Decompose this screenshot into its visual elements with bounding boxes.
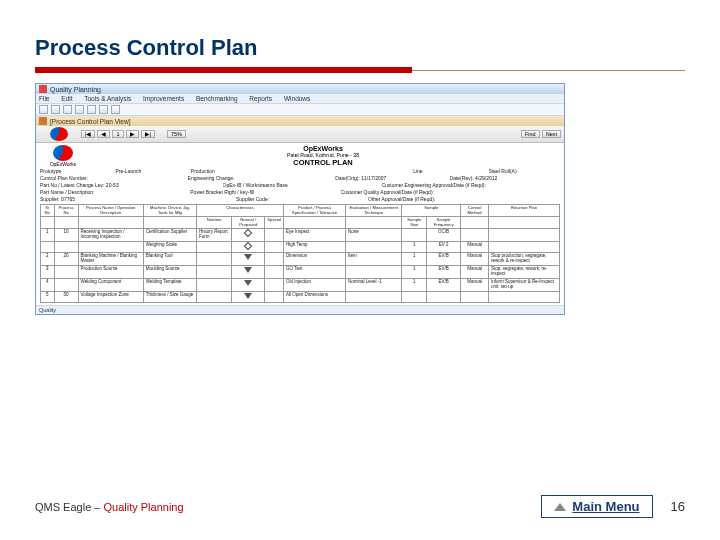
meta-opex: OpEx-IB / Workstreams Base: [223, 182, 378, 188]
document-bar: [Process Control Plan View]: [36, 116, 564, 126]
table-row: Weighing ScaleHigh Temp1EV 2Manual: [41, 242, 560, 253]
opexworks-doc-logo-icon: [53, 145, 73, 161]
table-cell: Blanking Machine / Blanking Master: [78, 253, 143, 266]
statusbar: Quality: [36, 305, 564, 314]
table-cell: 3: [41, 266, 55, 279]
nav-last-button[interactable]: ▶|: [141, 130, 155, 138]
table-cell: [461, 291, 489, 302]
toolbar-btn-2[interactable]: [51, 105, 60, 114]
meta-partname-v: Power Bracket Right / key-fill: [190, 189, 336, 195]
table-cell: EV/B: [427, 279, 461, 292]
table-row: 550Voltage Inspection ZoneThickness / Si…: [41, 291, 560, 302]
table-cell: [489, 242, 560, 253]
up-arrow-icon: [554, 503, 566, 511]
table-cell: High Temp: [284, 242, 346, 253]
table-cell: Production Source: [78, 266, 143, 279]
triangle-icon: [244, 267, 252, 273]
nav-prev-button[interactable]: ◀: [97, 130, 110, 138]
menu-windows[interactable]: Windows: [284, 95, 310, 102]
toolbar-btn-7[interactable]: [111, 105, 120, 114]
meta-production: Production: [191, 168, 262, 174]
table-cell: [265, 229, 284, 242]
table-cell: [265, 279, 284, 292]
table-cell: 50: [54, 291, 78, 302]
nav-next-button[interactable]: ▶: [126, 130, 139, 138]
table-cell: Manual: [461, 253, 489, 266]
meta-partno: Part No / Latest Change Lev: 20-53: [40, 182, 219, 188]
toolbar-btn-4[interactable]: [75, 105, 84, 114]
meta-line-label: Line: [413, 168, 484, 174]
table-cell: Receiving Inspection / Incoming Inspecti…: [78, 229, 143, 242]
table-cell: [265, 291, 284, 302]
spec-symbol-cell: [232, 229, 265, 242]
spec-symbol-cell: [232, 253, 265, 266]
doc-header-title: CONTROL PLAN: [86, 158, 560, 167]
table-cell: [402, 229, 427, 242]
table-cell: Dimension: [284, 253, 346, 266]
table-cell: Old Injection: [284, 279, 346, 292]
menu-benchmarking[interactable]: Benchmarking: [196, 95, 238, 102]
spec-symbol-cell: [232, 242, 265, 253]
toolbar-btn-6[interactable]: [99, 105, 108, 114]
menu-edit[interactable]: Edit: [61, 95, 72, 102]
document-icon: [39, 117, 47, 125]
table-header-row: Sr No Process No Process Name / Operatio…: [41, 205, 560, 217]
nav-zoom-field[interactable]: 75%: [167, 130, 186, 138]
table-row: 220Blanking Machine / Blanking MasterBla…: [41, 253, 560, 266]
footer-left: QMS Eagle – Quality Planning: [35, 501, 184, 513]
menu-tools[interactable]: Tools & Analysis: [84, 95, 131, 102]
slide-title: Process Control Plan: [35, 35, 685, 61]
window-titlebar: Quality Planning: [36, 84, 564, 94]
meta-row-3: Part Name / Description: Power Bracket R…: [40, 189, 560, 195]
table-cell: 4: [41, 279, 55, 292]
table-cell: EV/B: [427, 266, 461, 279]
table-cell: [346, 266, 402, 279]
col-ctrl: Control Method: [461, 205, 489, 217]
meta-prelaunch: Pre-Launch: [115, 168, 186, 174]
table-cell: GO Test: [284, 266, 346, 279]
nav-first-button[interactable]: |◀: [81, 130, 95, 138]
title-thinline: [412, 70, 685, 71]
triangle-icon: [244, 293, 252, 299]
footer-module: Quality Planning: [103, 501, 183, 513]
menu-improvements[interactable]: Improvements: [143, 95, 184, 102]
window-title-text: Quality Planning: [50, 86, 101, 93]
table-cell: EV/B: [427, 253, 461, 266]
table-cell: OC/B: [427, 229, 461, 242]
meta-date-orig: Date(Orig): 11/17/2007: [335, 175, 445, 181]
table-cell: 1: [41, 229, 55, 242]
table-cell: [78, 242, 143, 253]
table-cell: [54, 279, 78, 292]
meta-custqual: Customer Quality Approval/Date (if Reqd)…: [341, 189, 560, 195]
toolbar-main: [36, 103, 564, 116]
doc-logo-block: OpExWorks: [40, 145, 86, 167]
app-window: Quality Planning File Edit Tools & Analy…: [35, 83, 565, 315]
col-procno: Process No: [54, 205, 78, 217]
subcol-number: Number: [197, 217, 232, 229]
menu-reports[interactable]: Reports: [249, 95, 272, 102]
statusbar-text: Quality: [39, 307, 56, 313]
toolbar-btn-1[interactable]: [39, 105, 48, 114]
table-cell: 10: [54, 229, 78, 242]
table-cell: Voltage Inspection Zone: [78, 291, 143, 302]
main-menu-button[interactable]: Main Menu: [541, 495, 652, 518]
nav-findnext-button[interactable]: Next: [542, 130, 561, 138]
triangle-icon: [244, 280, 252, 286]
meta-row-1: Prototype Pre-Launch Production Line Ste…: [40, 168, 560, 174]
table-cell: 2: [41, 253, 55, 266]
toolbar-btn-3[interactable]: [63, 105, 72, 114]
table-cell: [346, 242, 402, 253]
table-cell: [197, 279, 232, 292]
table-row: 4Welding ComponentWelding TemplateOld In…: [41, 279, 560, 292]
col-sample: Sample: [402, 205, 461, 217]
table-cell: [54, 242, 78, 253]
table-cell: [346, 291, 402, 302]
diamond-icon: [244, 242, 252, 250]
nav-find-button[interactable]: Find: [521, 130, 540, 138]
title-redbar: [35, 67, 412, 73]
menu-file[interactable]: File: [39, 95, 49, 102]
table-cell: [197, 291, 232, 302]
nav-page-field[interactable]: 1: [112, 130, 123, 138]
table-cell: Moulding Source: [143, 266, 196, 279]
toolbar-btn-5[interactable]: [87, 105, 96, 114]
